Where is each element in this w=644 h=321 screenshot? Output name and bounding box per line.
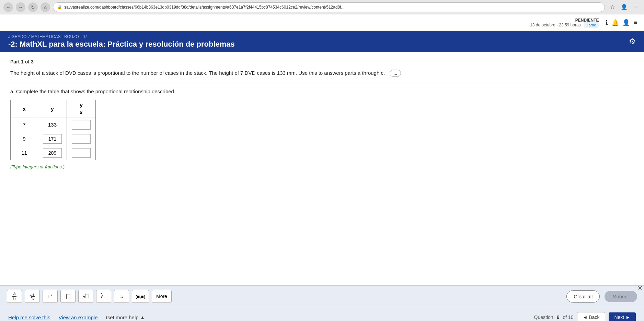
get-more-help-button[interactable]: Get more help ▲ (106, 314, 145, 320)
address-bar[interactable]: 🔒 savvasrealize.com/dashboard/classes/66… (53, 2, 605, 12)
proportional-table: x y y x 7 133 9 1 (10, 100, 96, 160)
next-nav-button[interactable]: Next ► (609, 312, 636, 321)
point-button[interactable]: (■,■) (132, 290, 149, 303)
page-title: -2: MathXL para la escuela: Práctica y r… (8, 40, 235, 49)
clear-all-button[interactable]: Clear all (566, 290, 600, 302)
back-nav-button[interactable]: ◄ Back (577, 312, 606, 321)
status-icons: ℹ 🔔 👤 ≡ (606, 19, 637, 26)
cell-ratio-1[interactable] (67, 118, 96, 132)
back-button[interactable]: ← (3, 2, 13, 12)
math-toolbar: a b nab □' |□| √□ ∛□ ≈ (■,■) (7, 290, 172, 303)
cell-x-3: 11 (11, 146, 38, 160)
forward-button[interactable]: → (16, 2, 25, 12)
header-banner: J GRADO 7 MATEMÁTICAS - BOUZO - 07 -2: M… (0, 31, 644, 52)
status-info: PENDIENTE 13 de octubre - 23:59 horas Ta… (530, 18, 599, 27)
browser-actions: ☆ 👤 ≡ (608, 2, 641, 12)
cell-y-1: 133 (38, 118, 67, 132)
col-header-y: y (38, 100, 67, 118)
sqrt-button[interactable]: √□ (78, 290, 93, 303)
menu-icon-button[interactable]: ≡ (633, 19, 637, 26)
question-number: 6 (557, 314, 560, 320)
type-note: (Type integers or fractions.) (10, 164, 634, 169)
breadcrumb: J GRADO 7 MATEMÁTICAS - BOUZO - 07 (8, 34, 235, 39)
problem-text: The height of a stack of DVD cases is pr… (10, 69, 634, 77)
ellipsis-button[interactable]: ... (390, 70, 401, 77)
main-content: Part 1 of 3 The height of a stack of DVD… (0, 52, 644, 285)
cell-ratio-3[interactable] (67, 146, 96, 160)
browser-bar: ← → ↻ ⌂ 🔒 savvasrealize.com/dashboard/cl… (0, 0, 644, 14)
ratio-input-1[interactable] (72, 120, 91, 130)
ratio-input-3[interactable] (72, 148, 91, 158)
cell-y-2[interactable] (38, 132, 67, 146)
table-row: 9 (11, 132, 96, 146)
submit-button[interactable]: Submit (605, 291, 637, 302)
y-input-3[interactable] (43, 148, 62, 158)
prime-button[interactable]: □' (43, 290, 58, 303)
lock-icon: 🔒 (57, 5, 62, 9)
toolbar-right-actions: Clear all Submit (566, 290, 637, 302)
question-label: Question (534, 314, 553, 320)
gear-icon-button[interactable]: ⚙ (629, 37, 636, 46)
view-example-button[interactable]: View an example (59, 314, 98, 320)
help-me-solve-button[interactable]: Help me solve this (8, 314, 50, 320)
navigation-right: Question 6 of 10 ◄ Back Next ► (534, 312, 636, 321)
absolute-value-button[interactable]: |□| (60, 290, 76, 303)
profile-button[interactable]: 👤 (619, 2, 629, 12)
bell-icon-button[interactable]: 🔔 (611, 19, 619, 26)
table-row: 7 133 (11, 118, 96, 132)
status-bar: PENDIENTE 13 de octubre - 23:59 horas Ta… (0, 14, 644, 31)
cube-root-button[interactable]: ∛□ (96, 290, 111, 303)
math-toolbar-container: ✕ a b nab □' |□| √□ ∛□ ≈ (0, 285, 644, 307)
header-left: J GRADO 7 MATEMÁTICAS - BOUZO - 07 -2: M… (8, 34, 235, 49)
more-button[interactable]: More (152, 290, 172, 303)
fraction-button[interactable]: a b (7, 290, 22, 303)
status-label: PENDIENTE (530, 18, 599, 23)
col-header-ratio: y x (67, 100, 96, 118)
menu-button[interactable]: ≡ (631, 2, 641, 12)
cell-y-3[interactable] (38, 146, 67, 160)
of-label: of 10 (563, 314, 573, 320)
approx-button[interactable]: ≈ (114, 290, 129, 303)
home-button[interactable]: ⌂ (41, 2, 50, 12)
tarde-badge: Tarde (584, 22, 599, 28)
part-label: Part 1 of 3 (10, 59, 634, 64)
url-text: savvasrealize.com/dashboard/classes/66b1… (64, 5, 345, 10)
status-date: 13 de octubre - 23:59 horas Tarde (530, 23, 599, 27)
bookmark-button[interactable]: ☆ (608, 2, 617, 12)
y-input-2[interactable] (43, 134, 62, 144)
cell-x-1: 7 (11, 118, 38, 132)
mixed-number-button[interactable]: nab (25, 290, 40, 303)
close-toolbar-button[interactable]: ✕ (637, 284, 643, 292)
col-header-x: x (11, 100, 38, 118)
cell-x-2: 9 (11, 132, 38, 146)
divider (10, 83, 634, 83)
help-links: Help me solve this View an example Get m… (8, 314, 145, 320)
ratio-input-2[interactable] (72, 134, 91, 144)
user-icon-button[interactable]: 👤 (622, 19, 630, 26)
info-icon-button[interactable]: ℹ (606, 19, 608, 26)
refresh-button[interactable]: ↻ (28, 2, 38, 12)
table-row: 11 (11, 146, 96, 160)
sub-question: a. Complete the table that shows the pro… (10, 88, 634, 94)
cell-ratio-2[interactable] (67, 132, 96, 146)
bottom-bar: Help me solve this View an example Get m… (0, 307, 644, 321)
